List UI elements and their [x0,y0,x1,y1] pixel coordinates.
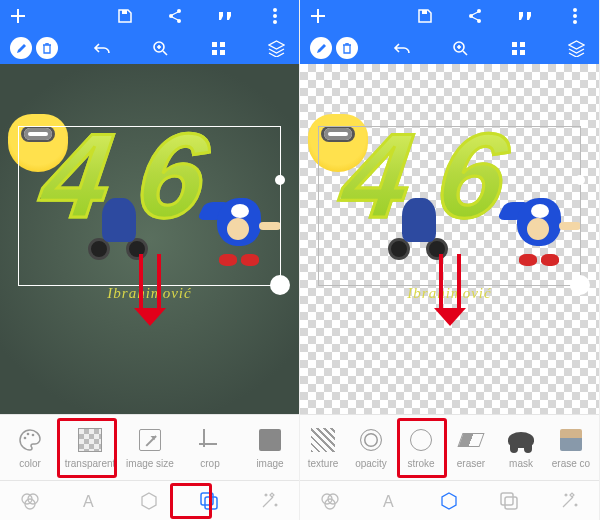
grid-icon[interactable] [204,34,232,62]
svg-rect-21 [422,10,427,14]
tab-magic[interactable] [252,486,286,516]
undo-icon[interactable] [388,34,416,62]
add-icon[interactable] [304,2,332,30]
tab-filters[interactable] [13,486,47,516]
tool-label: transparent [65,458,116,469]
tab-layers[interactable] [192,486,226,516]
svg-point-27 [573,20,577,24]
tool-texture[interactable]: texture [300,415,346,480]
more-icon[interactable] [561,2,589,30]
tool-erase-color[interactable]: erase co [546,415,596,480]
delete-mode-icon[interactable] [36,37,58,59]
zoom-icon[interactable] [146,34,174,62]
tab-shape[interactable] [132,486,166,516]
portrait-icon [557,426,585,454]
tool-label: color [19,458,41,469]
tool-image-size[interactable]: image size [120,415,180,480]
svg-point-4 [273,8,277,12]
undo-icon[interactable] [88,34,116,62]
tool-opacity[interactable]: opacity [346,415,396,480]
tab-text[interactable]: A [373,486,407,516]
screenshot-right: 46 Ibrahimović texture opacity strok [300,0,600,520]
tab-shape[interactable] [432,486,466,516]
tab-text[interactable]: A [73,486,107,516]
svg-point-13 [27,433,30,436]
svg-point-12 [24,437,27,440]
svg-point-5 [273,14,277,18]
tool-label: image [256,458,283,469]
resize-icon [136,426,164,454]
svg-rect-10 [212,50,217,55]
tool-strip: texture opacity stroke eraser mask erase… [300,414,599,480]
tool-mask[interactable]: mask [496,415,546,480]
tool-image[interactable]: image [240,415,299,480]
tab-filters[interactable] [313,486,347,516]
eraser-icon [457,426,485,454]
circle-icon [407,426,435,454]
crop-icon [196,426,224,454]
edit-mode-icon[interactable] [310,37,332,59]
app-toolbar [0,0,299,64]
tab-layers[interactable] [492,486,526,516]
share-icon[interactable] [461,2,489,30]
svg-text:A: A [383,493,394,510]
layers-icon[interactable] [562,34,590,62]
canvas[interactable]: 46 Ibrahimović [300,64,599,414]
tool-label: opacity [355,458,387,469]
svg-rect-30 [520,42,525,47]
tool-label: erase co [552,458,590,469]
svg-rect-9 [220,42,225,47]
svg-rect-19 [201,493,213,505]
svg-rect-32 [520,50,525,55]
svg-rect-0 [122,10,127,14]
more-icon[interactable] [261,2,289,30]
app-toolbar [300,0,599,64]
tool-transparent[interactable]: transparent [60,415,120,480]
canvas[interactable]: 46 Ibrahimović [0,64,299,414]
layers-icon[interactable] [262,34,290,62]
tool-label: stroke [407,458,434,469]
tool-eraser[interactable]: eraser [446,415,496,480]
svg-rect-37 [501,493,513,505]
svg-text:A: A [83,493,94,510]
tool-stroke[interactable]: stroke [396,415,446,480]
tool-crop[interactable]: crop [180,415,240,480]
opacity-icon [357,426,385,454]
zoom-icon[interactable] [446,34,474,62]
save-icon[interactable] [111,2,139,30]
hatch-icon [309,426,337,454]
quote-icon[interactable] [511,2,539,30]
grid-icon[interactable] [504,34,532,62]
save-icon[interactable] [411,2,439,30]
svg-point-25 [573,8,577,12]
svg-rect-38 [505,497,517,509]
edit-mode-icon[interactable] [10,37,32,59]
tool-label: mask [509,458,533,469]
palette-icon [16,426,44,454]
screenshot-left: 46 Ibrahimović color transparent ima [0,0,300,520]
tab-strip: A [0,480,299,520]
checker-icon [76,426,104,454]
mask-icon [507,426,535,454]
add-icon[interactable] [4,2,32,30]
quote-icon[interactable] [211,2,239,30]
image-icon [256,426,284,454]
share-icon[interactable] [161,2,189,30]
svg-rect-11 [220,50,225,55]
tool-strip: color transparent image size crop image … [0,414,299,480]
tool-color[interactable]: color [0,415,60,480]
svg-rect-20 [205,497,217,509]
svg-point-26 [573,14,577,18]
tab-strip: A [300,480,599,520]
tool-label: crop [200,458,219,469]
svg-point-14 [32,434,35,437]
svg-rect-29 [512,42,517,47]
tool-label: eraser [457,458,485,469]
svg-point-6 [273,20,277,24]
tool-label: image size [126,458,174,469]
delete-mode-icon[interactable] [336,37,358,59]
svg-rect-31 [512,50,517,55]
annotation-arrow [134,254,166,326]
annotation-arrow [434,254,466,326]
tab-magic[interactable] [552,486,586,516]
